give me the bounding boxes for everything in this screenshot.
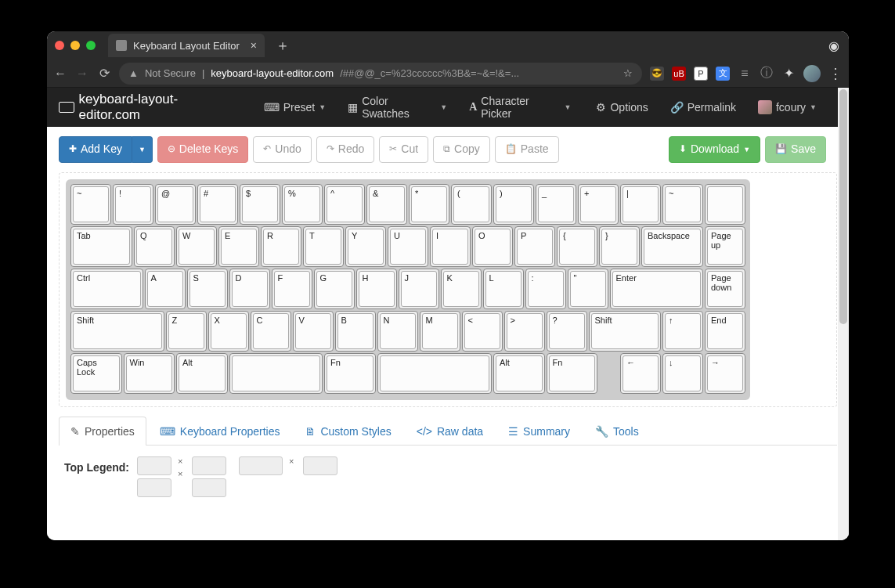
key[interactable]: O <box>472 226 513 267</box>
key[interactable]: { <box>557 226 597 267</box>
key[interactable]: Enter <box>610 269 704 309</box>
paste-button[interactable]: 📋 Paste <box>495 136 559 163</box>
key[interactable]: Shift <box>589 311 662 352</box>
key[interactable]: Alt <box>176 353 228 394</box>
nav-user-menu[interactable]: fcoury ▼ <box>749 88 826 127</box>
key[interactable]: | <box>620 184 661 225</box>
clear-icon[interactable]: × <box>289 456 297 466</box>
key[interactable]: & <box>366 184 407 225</box>
key[interactable]: Alt <box>493 353 545 394</box>
reader-icon[interactable]: ≡ <box>738 67 752 81</box>
browser-tab[interactable]: Keyboard Layout Editor × <box>108 34 265 57</box>
back-button[interactable]: ← <box>53 67 67 81</box>
legend-input-tr[interactable] <box>239 456 283 475</box>
undo-button[interactable]: ↶ Undo <box>253 136 311 163</box>
browser-menu-button[interactable]: ⋮ <box>828 65 843 82</box>
key[interactable]: Fn <box>324 353 376 394</box>
info-icon[interactable]: ⓘ <box>760 65 774 81</box>
key[interactable]: Ctrl <box>70 269 143 309</box>
key[interactable]: E <box>218 226 259 267</box>
bookmark-star-icon[interactable]: ☆ <box>623 67 633 79</box>
key[interactable]: : <box>525 269 566 309</box>
key[interactable]: $ <box>240 184 280 225</box>
key[interactable]: A <box>145 269 186 309</box>
key[interactable] <box>377 353 493 394</box>
legend-input-tc[interactable] <box>192 456 226 475</box>
key[interactable]: Y <box>345 226 386 267</box>
add-key-dropdown[interactable]: ▼ <box>132 136 153 163</box>
key[interactable]: G <box>314 269 355 309</box>
key[interactable]: ^ <box>324 184 365 225</box>
tab-summary[interactable]: ☰ Summary <box>496 417 582 446</box>
key[interactable]: " <box>568 269 608 309</box>
scrollbar-thumb[interactable] <box>839 89 847 324</box>
key[interactable] <box>705 184 745 225</box>
key[interactable]: D <box>229 269 270 309</box>
key[interactable]: Z <box>166 311 207 352</box>
key[interactable]: → <box>705 353 745 394</box>
key[interactable]: ( <box>451 184 492 225</box>
key[interactable]: U <box>388 226 428 267</box>
redo-button[interactable]: ↷ Redo <box>316 136 374 163</box>
key[interactable]: V <box>293 311 334 352</box>
profile-avatar[interactable] <box>803 65 821 82</box>
key[interactable]: _ <box>536 184 576 225</box>
key[interactable]: ! <box>113 184 153 225</box>
address-bar[interactable]: ▲ Not Secure | keyboard-layout-editor.co… <box>119 63 642 85</box>
close-tab-button[interactable]: × <box>251 39 257 52</box>
key[interactable]: ↓ <box>662 353 703 394</box>
key[interactable]: L <box>483 269 524 309</box>
clear-icon[interactable]: × <box>178 456 186 466</box>
key[interactable]: C <box>251 311 291 352</box>
key[interactable]: X <box>208 311 249 352</box>
key[interactable]: ~ <box>662 184 703 225</box>
key[interactable]: N <box>377 311 418 352</box>
extensions-icon[interactable]: ✦ <box>781 66 796 81</box>
ublock-icon[interactable]: uB <box>672 67 686 81</box>
add-key-button[interactable]: ✚ Add Key <box>59 136 132 163</box>
key[interactable]: Backspace <box>641 226 703 267</box>
tab-properties[interactable]: ✎ Properties <box>59 417 146 446</box>
key[interactable]: ← <box>620 353 661 394</box>
key[interactable]: + <box>578 184 619 225</box>
key[interactable]: S <box>187 269 228 309</box>
minimize-window-button[interactable] <box>70 41 80 50</box>
key[interactable]: Caps Lock <box>70 353 122 394</box>
key[interactable]: Page up <box>705 226 745 267</box>
key[interactable]: Q <box>134 226 175 267</box>
key[interactable]: ? <box>547 311 587 352</box>
nav-preset[interactable]: ⌨ Preset ▼ <box>254 88 335 127</box>
translate-icon[interactable]: 文 <box>716 67 730 81</box>
key[interactable]: Tab <box>70 226 132 267</box>
key[interactable]: Page down <box>705 269 745 309</box>
key[interactable]: F <box>272 269 312 309</box>
key[interactable]: Win <box>124 353 175 394</box>
clear-icon[interactable]: × <box>178 469 186 478</box>
key[interactable]: R <box>261 226 301 267</box>
key[interactable]: % <box>282 184 323 225</box>
key[interactable]: J <box>399 269 439 309</box>
key[interactable] <box>229 353 323 394</box>
nav-options[interactable]: ⚙ Options <box>586 88 657 127</box>
forward-button[interactable]: → <box>75 67 89 81</box>
key[interactable]: B <box>335 311 376 352</box>
key[interactable]: * <box>409 184 449 225</box>
legend-input-tl[interactable] <box>137 456 171 475</box>
legend-input-bl[interactable] <box>137 478 171 497</box>
legend-input-extra[interactable] <box>303 456 337 475</box>
copy-button[interactable]: ⧉ Copy <box>433 136 490 163</box>
key[interactable]: W <box>176 226 217 267</box>
tab-custom-styles[interactable]: 🗎 Custom Styles <box>293 417 402 446</box>
reload-button[interactable]: ⟳ <box>97 66 111 81</box>
legend-input-bc[interactable] <box>192 478 226 497</box>
key[interactable]: K <box>441 269 482 309</box>
key[interactable]: H <box>356 269 397 309</box>
key[interactable]: ↑ <box>662 311 703 352</box>
key[interactable]: ~ <box>70 184 111 225</box>
account-menu-icon[interactable]: ◉ <box>827 38 841 53</box>
scrollbar-track[interactable] <box>838 88 849 540</box>
key[interactable]: # <box>197 184 238 225</box>
extension-icon[interactable]: 😎 <box>650 67 664 81</box>
new-tab-button[interactable]: ＋ <box>269 36 296 55</box>
tab-keyboard-properties[interactable]: ⌨ Keyboard Properties <box>148 417 292 446</box>
